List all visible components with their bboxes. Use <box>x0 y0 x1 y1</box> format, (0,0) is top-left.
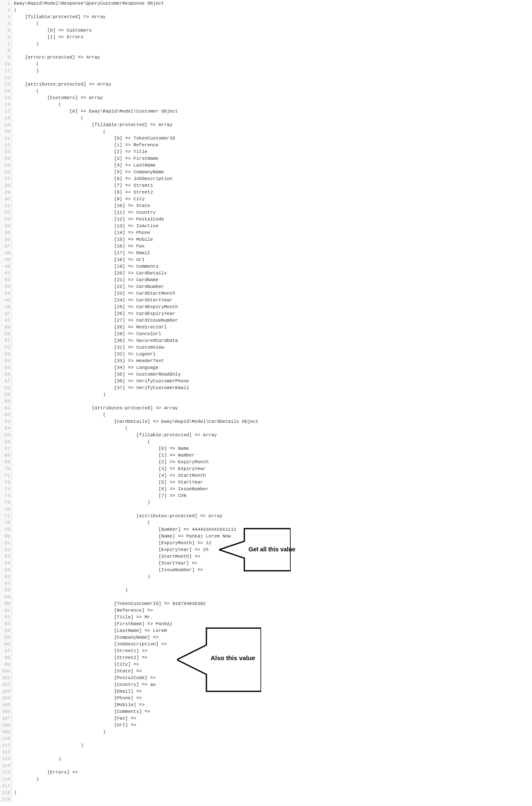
line-number: 99 <box>1 661 10 668</box>
line-number: 19 <box>1 121 10 128</box>
line-number: 59 <box>1 391 10 398</box>
code-line <box>14 735 532 742</box>
line-number: 89 <box>1 594 10 600</box>
line-number: 27 <box>1 175 10 182</box>
code-line: ) <box>14 789 532 796</box>
code-line: [Mobile] => <box>14 701 532 708</box>
line-number: 35 <box>1 229 10 236</box>
line-number: 83 <box>1 553 10 560</box>
code-line: [attributes:protected] => Array <box>14 81 532 88</box>
code-line: ) <box>14 776 532 782</box>
line-number: 6 <box>1 34 10 40</box>
line-number: 102 <box>1 681 10 688</box>
code-line: [1] => Errors <box>14 34 532 40</box>
code-line <box>14 580 532 587</box>
code-line: [FirstName] => Pankaj <box>14 621 532 627</box>
line-number: 41 <box>1 270 10 277</box>
line-number: 78 <box>1 519 10 526</box>
code-line <box>14 796 532 803</box>
line-number: 38 <box>1 250 10 256</box>
code-line: [10] => State <box>14 202 532 209</box>
code-line: [JobDescription] => <box>14 641 532 647</box>
line-number: 8 <box>1 47 10 54</box>
code-line: [Number] => 444433XXXXXX1111 <box>14 526 532 533</box>
line-number: 75 <box>1 499 10 506</box>
line-number: 58 <box>1 384 10 391</box>
line-number: 76 <box>1 506 10 513</box>
line-number: 63 <box>1 418 10 425</box>
line-number: 73 <box>1 486 10 492</box>
line-number: 101 <box>1 674 10 681</box>
line-number: 10 <box>1 61 10 67</box>
line-number: 7 <box>1 40 10 47</box>
line-number: 9 <box>1 54 10 61</box>
line-number: 46 <box>1 304 10 310</box>
code-line: ) <box>14 728 532 735</box>
line-number: 69 <box>1 459 10 465</box>
line-number: 40 <box>1 263 10 270</box>
code-line: [StartYear] => <box>14 560 532 567</box>
code-line: [0] => Customers <box>14 27 532 34</box>
code-line: [Street2] => <box>14 654 532 661</box>
code-line: [LastName] => Lorem <box>14 627 532 634</box>
code-line <box>14 398 532 405</box>
code-line: ) <box>14 742 532 749</box>
code-line: [32] => LogoUrl <box>14 351 532 357</box>
code-line: [8] => Street2 <box>14 189 532 196</box>
code-line: ( <box>14 438 532 445</box>
code-line: [Errors] => <box>14 769 532 776</box>
code-line: [7] => CVN <box>14 492 532 499</box>
line-number: 79 <box>1 526 10 533</box>
line-number: 109 <box>1 728 10 735</box>
line-number: 24 <box>1 155 10 162</box>
code-line: [22] => CardNumber <box>14 283 532 290</box>
code-line: [attributes:protected] => Array <box>14 513 532 519</box>
code-line: [2] => Title <box>14 148 532 155</box>
code-line: [16] => Fax <box>14 243 532 250</box>
code-line: [City] => <box>14 661 532 668</box>
line-number-gutter: 1234567891011121314151617181920212223242… <box>0 0 12 803</box>
code-line: ( <box>14 411 532 418</box>
line-number: 116 <box>1 776 10 782</box>
code-line: [15] => Mobile <box>14 236 532 243</box>
line-number: 54 <box>1 357 10 364</box>
line-number: 26 <box>1 169 10 175</box>
line-number: 67 <box>1 445 10 452</box>
code-line: [37] => VerifyCustomerEmail <box>14 384 532 391</box>
code-line: [19] => Comments <box>14 263 532 270</box>
code-line <box>14 749 532 755</box>
code-line: [26] => CardExpiryYear <box>14 310 532 317</box>
line-number: 15 <box>1 94 10 101</box>
code-line: [30] => SecuredCardData <box>14 337 532 344</box>
code-line: [34] => Language <box>14 364 532 371</box>
code-line <box>14 782 532 789</box>
code-line: [Country] => au <box>14 681 532 688</box>
line-number: 55 <box>1 364 10 371</box>
line-number: 94 <box>1 627 10 634</box>
line-number: 107 <box>1 715 10 722</box>
code-line <box>14 506 532 513</box>
line-number: 14 <box>1 88 10 94</box>
code-line: [23] => CardStartMonth <box>14 290 532 297</box>
line-number: 34 <box>1 223 10 229</box>
code-line: ( <box>14 101 532 108</box>
code-line: [25] => CardExpiryMonth <box>14 304 532 310</box>
code-line: [Fax] => <box>14 715 532 722</box>
code-line: [36] => VerifyCustomerPhone <box>14 378 532 384</box>
code-line: [17] => Email <box>14 250 532 256</box>
code-line: [1] => Number <box>14 452 532 459</box>
line-number: 114 <box>1 762 10 769</box>
line-number: 21 <box>1 135 10 142</box>
line-number: 74 <box>1 492 10 499</box>
line-number: 88 <box>1 587 10 594</box>
code-line: ( <box>14 425 532 432</box>
line-number: 77 <box>1 513 10 519</box>
line-number: 71 <box>1 472 10 479</box>
code-line: [5] => StartYear <box>14 479 532 486</box>
code-line: ( <box>14 128 532 135</box>
line-number: 106 <box>1 708 10 715</box>
line-number: 84 <box>1 560 10 567</box>
line-number: 1 <box>1 0 10 7</box>
line-number: 87 <box>1 580 10 587</box>
line-number: 43 <box>1 283 10 290</box>
